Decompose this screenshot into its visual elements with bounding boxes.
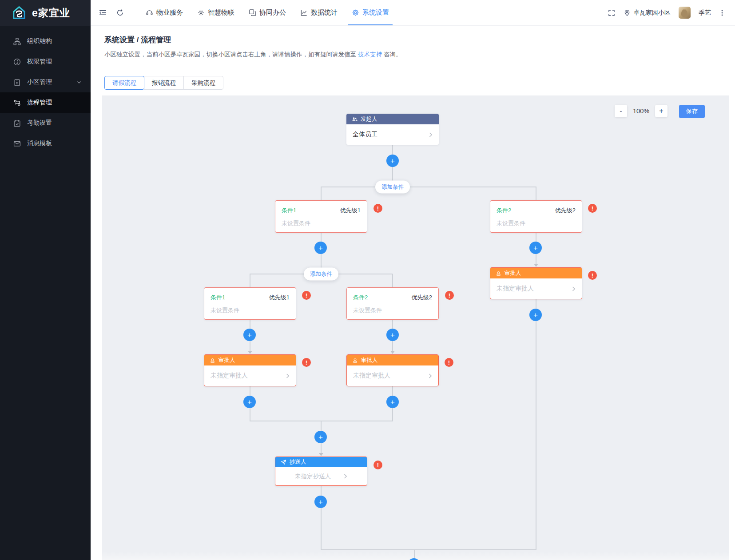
zoom-out-button[interactable]: - — [615, 105, 627, 117]
nav-item-iot[interactable]: 智慧物联 — [190, 0, 242, 25]
add-node-button[interactable]: + — [386, 329, 399, 341]
add-condition-button[interactable]: 添加条件 — [375, 181, 410, 194]
sidebar-item-label: 流程管理 — [27, 99, 52, 107]
initiator-title: 发起人 — [361, 115, 377, 123]
sidebar-item-attendance[interactable]: 考勤设置 — [0, 113, 91, 133]
tab-leave-flow[interactable]: 请假流程 — [104, 76, 144, 90]
approver-body[interactable]: 未指定审批人 — [204, 365, 296, 386]
zoom-in-button[interactable]: + — [655, 105, 667, 117]
approver-body[interactable]: 未指定审批人 — [347, 365, 438, 386]
connector-line — [321, 549, 536, 550]
description-text: 小区独立设置，当前小区是卓瓦家园，切换小区请点击右上角，请谨慎操作，如有疑问请发… — [104, 51, 356, 58]
add-node-button[interactable]: + — [386, 396, 399, 408]
app-window: e家宜业 组织结构 权限管理 小区管理 流程管理 考勤设置 — [0, 0, 735, 560]
nav-item-statistics[interactable]: 数据统计 — [293, 0, 345, 25]
user-name[interactable]: 季艺 — [699, 9, 711, 17]
cc-title: 抄送人 — [290, 458, 306, 466]
tech-support-link[interactable]: 技术支持 — [358, 51, 382, 58]
zoom-level: 100% — [633, 107, 649, 115]
condition-node-1-2[interactable]: 条件2优先级2 未设置条件 — [346, 287, 439, 320]
sidebar-item-org-structure[interactable]: 组织结构 — [0, 31, 91, 52]
nav-item-system-settings[interactable]: 系统设置 — [345, 0, 396, 25]
condition-priority: 优先级1 — [340, 207, 361, 214]
page-description: 小区独立设置，当前小区是卓瓦家园，切换小区请点击右上角，请谨慎操作，如有疑问请发… — [104, 51, 723, 59]
sidebar-item-label: 考勤设置 — [27, 119, 52, 127]
stamp-icon — [210, 357, 215, 363]
connector-line — [392, 274, 393, 287]
nav-item-property-services[interactable]: 物业服务 — [139, 0, 190, 25]
sidebar: e家宜业 组织结构 权限管理 小区管理 流程管理 考勤设置 — [0, 0, 91, 560]
add-node-button[interactable]: + — [314, 496, 327, 508]
community-selector[interactable]: 卓瓦家园小区 — [624, 9, 671, 17]
sidebar-item-label: 消息模板 — [27, 139, 52, 147]
nav-item-label: 系统设置 — [362, 8, 389, 17]
error-badge: ! — [302, 358, 311, 367]
error-badge: ! — [588, 204, 597, 213]
approver-node[interactable]: 审批人 未指定审批人 — [490, 267, 582, 299]
sidebar-item-process[interactable]: 流程管理 — [0, 92, 91, 113]
more-menu-icon[interactable] — [719, 9, 725, 17]
chevron-down-icon — [76, 79, 82, 85]
cc-body[interactable]: 未指定抄送人 — [275, 467, 367, 485]
stats-icon — [300, 9, 308, 16]
approver-header: 审批人 — [347, 355, 438, 365]
error-badge: ! — [445, 358, 453, 367]
collaboration-icon — [249, 9, 256, 16]
approver-title: 审批人 — [505, 270, 521, 277]
nav-item-label: 智慧物联 — [208, 8, 234, 17]
condition-empty-text: 未设置条件 — [497, 219, 576, 227]
connector-line — [321, 187, 322, 200]
tab-purchase-flow[interactable]: 采购流程 — [183, 76, 223, 90]
arrowhead-icon — [248, 351, 252, 354]
top-header: 物业服务 智慧物联 协同办公 数据统计 系统设置 — [91, 0, 735, 26]
initiator-header: 发起人 — [346, 114, 439, 124]
house-logo-icon — [12, 5, 27, 20]
tab-reimburse-flow[interactable]: 报销流程 — [144, 76, 184, 90]
initiator-node[interactable]: 发起人 全体员工 — [346, 114, 439, 145]
brand-logo[interactable]: e家宜业 — [0, 0, 91, 26]
sidebar-item-message-templates[interactable]: 消息模板 — [0, 133, 91, 154]
error-badge: ! — [588, 271, 597, 280]
condition-node-2[interactable]: 条件2优先级2 未设置条件 — [490, 200, 582, 233]
nav-item-collaboration[interactable]: 协同办公 — [242, 0, 293, 25]
flow-canvas[interactable]: 发起人 全体员工 + + + + + + + — [102, 95, 729, 560]
connector-line — [250, 274, 250, 287]
refresh-icon[interactable] — [116, 8, 124, 17]
approver-node[interactable]: 审批人 未指定审批人 — [346, 354, 439, 386]
breadcrumb: 系统设置 / 流程管理 — [104, 35, 723, 45]
approver-empty-text: 未指定审批人 — [211, 372, 248, 380]
stamp-icon — [352, 357, 358, 363]
nav-item-label: 数据统计 — [311, 8, 338, 17]
condition-empty-text: 未设置条件 — [282, 219, 361, 227]
add-node-button[interactable]: + — [314, 242, 327, 254]
approver-node[interactable]: 审批人 未指定审批人 — [204, 354, 296, 386]
initiator-body[interactable]: 全体员工 — [346, 124, 439, 145]
condition-node-1-1[interactable]: 条件1优先级1 未设置条件 — [204, 287, 296, 320]
add-node-button[interactable]: + — [243, 396, 256, 408]
save-button[interactable]: 保存 — [679, 105, 705, 118]
error-badge: ! — [373, 461, 382, 469]
fullscreen-icon[interactable] — [608, 9, 616, 17]
menu-fold-icon[interactable] — [99, 8, 107, 17]
sidebar-item-label: 权限管理 — [27, 58, 52, 66]
sidebar-menu: 组织结构 权限管理 小区管理 流程管理 考勤设置 消息模板 — [0, 26, 91, 154]
cc-empty-text: 未指定抄送人 — [295, 473, 331, 481]
permission-icon — [13, 58, 21, 66]
error-badge: ! — [445, 291, 454, 300]
add-node-button[interactable]: + — [529, 309, 542, 321]
nav-item-label: 协同办公 — [259, 8, 286, 17]
brand-name: e家宜业 — [32, 6, 70, 20]
add-node-button[interactable]: + — [386, 155, 399, 167]
sidebar-item-community[interactable]: 小区管理 — [0, 72, 91, 92]
condition-node-1[interactable]: 条件1优先级1 未设置条件 — [275, 200, 367, 233]
approver-title: 审批人 — [361, 357, 378, 364]
add-node-button[interactable]: + — [243, 329, 256, 341]
condition-title: 条件2 — [353, 294, 368, 302]
add-node-button[interactable]: + — [529, 242, 542, 254]
user-avatar[interactable] — [679, 7, 691, 19]
add-node-button[interactable]: + — [314, 431, 327, 443]
cc-node[interactable]: 抄送人 未指定抄送人 — [275, 457, 367, 486]
approver-body[interactable]: 未指定审批人 — [490, 278, 582, 299]
sidebar-item-permissions[interactable]: 权限管理 — [0, 52, 91, 72]
add-condition-button[interactable]: 添加条件 — [304, 268, 338, 281]
